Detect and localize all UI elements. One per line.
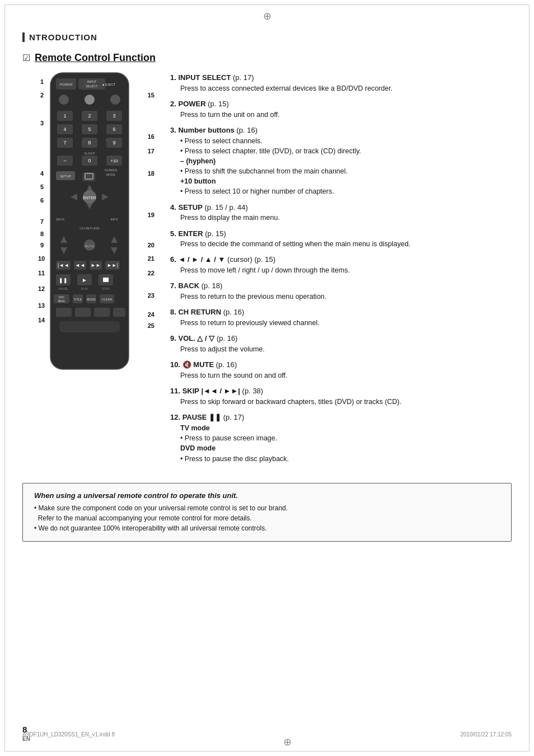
svg-text:5: 5 [88,126,91,132]
svg-text:CLEAR: CLEAR [102,298,112,301]
file-info-left: A9DF1UH_LD320SS1_EN_v1.indd 8 [22,731,115,748]
svg-text:BACK: BACK [57,218,65,221]
svg-text:PAUSE: PAUSE [59,287,68,290]
svg-text:►►|: ►►| [107,262,118,268]
svg-text:MENU: MENU [58,300,65,303]
section-header: NTRODUCTION [22,32,512,42]
label-5: 5 [40,184,44,190]
label-25: 25 [148,322,154,329]
svg-point-9 [110,95,120,105]
svg-rect-87 [59,321,120,332]
label-18: 18 [148,170,154,177]
svg-text:CH RETURN: CH RETURN [79,227,99,230]
label-14: 14 [38,317,45,323]
svg-rect-70 [103,278,109,282]
svg-text:SELECT: SELECT [86,84,98,88]
label-17: 17 [148,148,154,154]
svg-text:MUTE: MUTE [85,245,95,248]
label-6: 6 [40,197,44,204]
svg-text:0: 0 [88,158,91,163]
svg-text:►: ► [82,277,87,283]
svg-text:+10: +10 [110,158,118,163]
label-7: 7 [40,218,44,225]
svg-rect-84 [75,308,91,317]
svg-text:6: 6 [113,126,115,132]
svg-text:3: 3 [113,113,115,119]
label-20: 20 [148,242,154,248]
label-11: 11 [38,270,45,276]
svg-text:▲EJECT: ▲EJECT [102,83,116,86]
page-title: Remote Control Function [35,52,156,64]
label-1: 1 [40,78,44,85]
desc-item-4: 4. SETUP (p. 15 / p. 44) Press to displa… [170,203,512,223]
checkbox-icon: ☑ [22,53,30,63]
label-23: 23 [148,292,154,299]
remote-control-diagram: 1 2 3 4 5 6 7 8 9 10 11 12 13 14 15 16 1… [22,71,157,469]
label-8: 8 [40,231,44,237]
bottom-file-info: A9DF1UH_LD320SS1_EN_v1.indd 8 ⊕ 2010/01/… [22,731,512,748]
file-info-right: 2010/01/22 17:12:05 [460,731,512,748]
label-2: 2 [40,92,44,98]
svg-text:MODE: MODE [87,298,96,301]
svg-text:1: 1 [63,113,66,119]
svg-text:ENTER: ENTER [83,196,96,200]
footer-note-body: • Make sure the component code on your u… [34,503,500,533]
svg-text:PLAY: PLAY [81,287,88,290]
bottom-center-decoration: ⊕ [283,736,292,748]
svg-text:◄◄: ◄◄ [75,262,85,268]
main-content: 1 2 3 4 5 6 7 8 9 10 11 12 13 14 15 16 1… [22,71,512,469]
label-22: 22 [148,270,154,276]
svg-text:2: 2 [88,113,91,119]
label-9: 9 [40,242,44,248]
footer-note: When using a universal remote control to… [22,483,512,542]
svg-text:SCREEN: SCREEN [105,168,118,172]
label-10: 10 [38,255,45,262]
label-19: 19 [148,212,154,218]
svg-text:9: 9 [113,140,115,145]
svg-point-7 [59,95,69,105]
desc-item-3: 3. Number buttons (p. 16) • Press to sel… [170,125,512,197]
desc-item-2: 2. POWER (p. 15) Press to turn the unit … [170,99,512,120]
label-13: 13 [38,302,45,309]
desc-item-6: 6. ◄ / ► / ▲ / ▼ (cursor) (p. 15) Press … [170,255,512,275]
desc-item-10: 10. 🔇 MUTE (p. 16) Press to turn the sou… [170,360,512,381]
svg-text:8: 8 [88,140,91,145]
top-decoration: ⊕ [0,0,534,22]
svg-text:SLEEP: SLEEP [84,152,95,155]
svg-rect-83 [56,308,72,317]
svg-text:–: – [63,158,66,163]
desc-panel: 1. INPUT SELECT (p. 17) Press to access … [170,71,512,469]
svg-text:STOP: STOP [102,287,110,290]
desc-item-7: 7. BACK (p. 18) Press to return to the p… [170,281,512,302]
desc-item-5: 5. ENTER (p. 15) Press to decide the com… [170,229,512,250]
desc-item-11: 11. SKIP |◄◄ / ►►| (p. 38) Press to skip… [170,386,512,407]
svg-text:❚❚: ❚❚ [59,278,68,284]
label-3: 3 [40,120,44,126]
label-24: 24 [148,311,154,318]
label-16: 16 [148,133,154,140]
svg-rect-86 [113,308,125,317]
desc-item-1: 1. INPUT SELECT (p. 17) Press to access … [170,73,512,93]
desc-item-8: 8. CH RETURN (p. 16) Press to return to … [170,307,512,328]
svg-text:INPUT: INPUT [87,80,97,83]
label-21: 21 [148,255,154,262]
svg-rect-85 [94,308,110,317]
label-12: 12 [38,285,45,292]
svg-text:POWER: POWER [60,83,73,86]
svg-text:|◄◄: |◄◄ [58,262,69,268]
label-15: 15 [148,92,154,98]
footer-note-title: When using a universal remote control to… [34,491,500,500]
svg-text:MODE: MODE [106,173,116,176]
svg-text:DISC: DISC [59,296,65,299]
svg-text:SETUP: SETUP [60,175,71,178]
desc-item-12: 12. PAUSE ❚❚ (p. 17) TV mode • Press to … [170,412,512,463]
svg-text:►►: ►► [91,262,101,268]
svg-text:7: 7 [63,140,66,145]
svg-point-8 [85,95,95,105]
label-4: 4 [40,170,44,177]
title-row: ☑ Remote Control Function [22,52,512,64]
remote-svg: POWER INPUT SELECT ▲EJECT 1 2 3 4 [48,71,131,378]
svg-text:INFO: INFO [110,218,118,221]
svg-text:TITLE: TITLE [74,298,82,301]
svg-text:4: 4 [63,126,66,132]
